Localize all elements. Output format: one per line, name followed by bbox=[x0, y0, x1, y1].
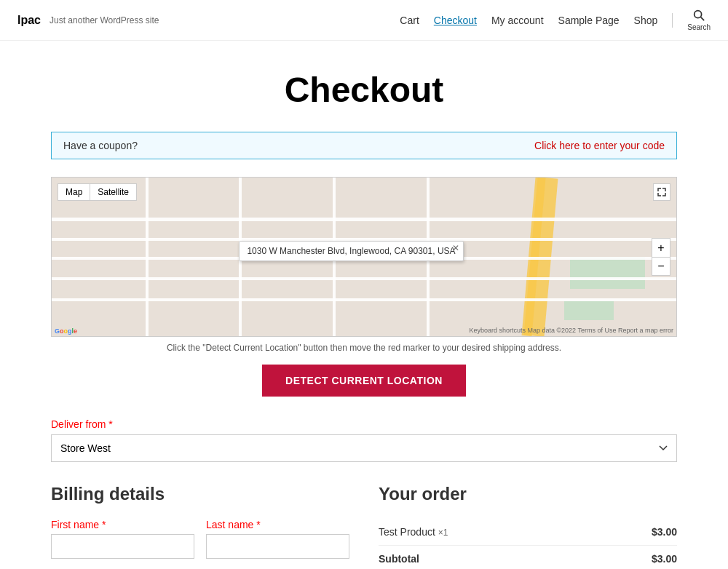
map-zoom-out[interactable]: − bbox=[652, 257, 670, 276]
map-zoom-in[interactable]: + bbox=[652, 238, 670, 257]
deliver-from-select[interactable]: Store West bbox=[51, 434, 677, 462]
order-section: Your order Test Product ×1 $3.00 Subtota… bbox=[379, 484, 677, 569]
nav-myaccount[interactable]: My account bbox=[491, 15, 544, 26]
nav-divider bbox=[672, 13, 673, 28]
nav-cart[interactable]: Cart bbox=[400, 15, 419, 26]
nav-shop[interactable]: Shop bbox=[634, 15, 658, 26]
coupon-bar: Have a coupon? Click here to enter your … bbox=[51, 132, 677, 159]
order-item-qty: ×1 bbox=[438, 528, 448, 538]
last-name-group: Last name * bbox=[206, 519, 349, 559]
deliver-from-section: Deliver from * Store West bbox=[51, 418, 677, 462]
first-name-input[interactable] bbox=[51, 534, 194, 559]
site-header: lpac Just another WordPress site Cart Ch… bbox=[0, 0, 728, 41]
order-subtotal-row: Subtotal $3.00 bbox=[379, 546, 677, 570]
map-expand-button[interactable] bbox=[653, 183, 670, 201]
map-tab-map[interactable]: Map bbox=[58, 183, 90, 201]
billing-title: Billing details bbox=[51, 484, 349, 504]
map-tabs: Map Satellite bbox=[58, 183, 137, 201]
nav-samplepage[interactable]: Sample Page bbox=[558, 15, 620, 26]
last-name-label: Last name * bbox=[206, 519, 349, 530]
coupon-link[interactable]: Click here to enter your code bbox=[534, 140, 665, 151]
deliver-from-label: Deliver from * bbox=[51, 418, 677, 430]
site-tagline: Just another WordPress site bbox=[50, 15, 159, 25]
subtotal-label: Subtotal bbox=[379, 546, 597, 570]
map-popup-close[interactable]: ✕ bbox=[452, 243, 459, 253]
search-label: Search bbox=[687, 23, 711, 31]
svg-line-1 bbox=[701, 17, 705, 21]
order-table: Test Product ×1 $3.00 Subtotal $3.00 bbox=[379, 519, 677, 569]
billing-section: Billing details First name * Last name * bbox=[51, 484, 349, 569]
header-left: lpac Just another WordPress site bbox=[17, 14, 159, 27]
detect-button-wrap: DETECT CURRENT LOCATION bbox=[51, 365, 677, 397]
map-footer-text: Keyboard shortcuts Map data ©2022 Terms … bbox=[469, 327, 673, 334]
map-container[interactable]: Map Satellite 1030 W Manchester Blvd, In… bbox=[51, 177, 677, 337]
order-title: Your order bbox=[379, 484, 677, 504]
site-name: lpac bbox=[17, 14, 41, 27]
google-logo: Google bbox=[55, 327, 77, 335]
detect-location-button[interactable]: DETECT CURRENT LOCATION bbox=[262, 365, 466, 397]
page-title: Checkout bbox=[0, 70, 728, 110]
name-row: First name * Last name * bbox=[51, 519, 349, 569]
coupon-text: Have a coupon? bbox=[63, 140, 138, 151]
main-nav: Cart Checkout My account Sample Page Sho… bbox=[400, 9, 711, 31]
map-popup-address: 1030 W Manchester Blvd, Inglewood, CA 90… bbox=[247, 246, 455, 256]
page-title-area: Checkout bbox=[0, 41, 728, 132]
first-name-group: First name * bbox=[51, 519, 194, 559]
order-item-name: Test Product ×1 bbox=[379, 519, 597, 546]
order-item-row: Test Product ×1 $3.00 bbox=[379, 519, 677, 546]
subtotal-value: $3.00 bbox=[597, 546, 677, 570]
two-col-layout: Billing details First name * Last name * bbox=[51, 484, 677, 569]
order-item-price: $3.00 bbox=[597, 519, 677, 546]
search-button[interactable]: Search bbox=[687, 9, 711, 31]
svg-point-0 bbox=[695, 11, 702, 18]
first-name-label: First name * bbox=[51, 519, 194, 530]
nav-checkout[interactable]: Checkout bbox=[434, 15, 477, 26]
main-content: Have a coupon? Click here to enter your … bbox=[36, 132, 692, 569]
map-instruction: Click the "Detect Current Location" butt… bbox=[51, 343, 677, 353]
map-zoom-controls: + − bbox=[652, 238, 670, 276]
search-icon bbox=[692, 9, 705, 22]
map-tab-satellite[interactable]: Satellite bbox=[90, 183, 137, 201]
map-popup: 1030 W Manchester Blvd, Inglewood, CA 90… bbox=[239, 241, 463, 261]
last-name-input[interactable] bbox=[206, 534, 349, 559]
